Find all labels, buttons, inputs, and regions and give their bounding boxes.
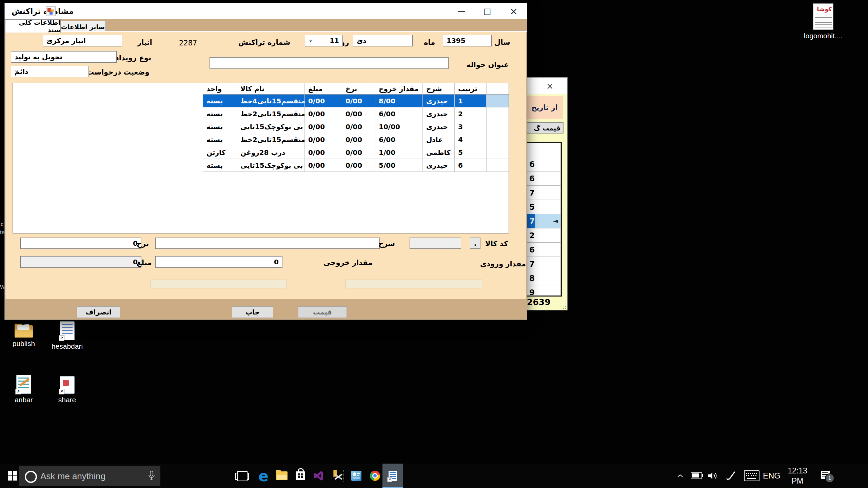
table-cell: 0/00 (342, 133, 375, 146)
windows-logo-icon (8, 471, 17, 481)
taskbar-file-explorer[interactable] (274, 464, 290, 488)
battery-indicator[interactable] (690, 464, 703, 488)
description-input[interactable] (155, 238, 380, 249)
table-cell: 6/00 (375, 107, 422, 120)
tab-other-info[interactable]: سایر اطلاعات (60, 21, 106, 33)
list-item[interactable]: 6 (526, 157, 561, 171)
table-row[interactable]: 4عادل6/000/000/00منقسم15تایی2خطبسته (203, 133, 509, 146)
chevron-down-icon: ∨ (44, 35, 53, 46)
list-item[interactable]: 8 (526, 271, 561, 285)
search-placeholder: Ask me anything (40, 471, 105, 482)
task-view-button[interactable] (235, 470, 249, 482)
desktop-icon-share[interactable]: ↗ share (47, 376, 87, 404)
items-grid[interactable]: ترتیبشرحمقدار خروجنرخمبلغنام کالاواحد1حی… (13, 83, 509, 233)
titlebar[interactable]: مشاهده تراکنش — □ × (5, 3, 527, 20)
resize-grip[interactable] (561, 304, 566, 309)
list-item[interactable]: 5 (526, 200, 561, 214)
list-item[interactable]: 9 (526, 285, 561, 297)
taskbar-visual-studio[interactable] (311, 464, 327, 488)
taskbar-photos[interactable] (348, 464, 364, 488)
action-center-button[interactable]: 1 (818, 464, 835, 488)
price-list-grid[interactable]: 66757◄26789 (526, 142, 562, 297)
table-row[interactable]: 3حیدری10/000/000/00کارتن بی بوکوچک15تایی… (203, 120, 509, 133)
warehouse-select[interactable]: انبار مرکزی ∨ (43, 35, 122, 46)
cancel-button[interactable]: انصراف (77, 306, 120, 318)
pen-settings-button[interactable] (724, 464, 738, 488)
month-select[interactable]: دی ∨ (353, 35, 413, 46)
desktop-icon-publish[interactable]: publish (3, 321, 44, 348)
list-value: 7 (526, 186, 535, 200)
item-code-browse-button[interactable]: . (470, 238, 480, 249)
from-date-panel: از تاریخ (526, 96, 563, 119)
request-status-select[interactable]: دائم ∨ (11, 66, 89, 77)
close-button[interactable]: × (543, 81, 557, 91)
list-item[interactable] (526, 143, 561, 157)
pricing-button[interactable]: قیمت گ (526, 122, 564, 134)
minimize-button[interactable]: — (451, 3, 472, 19)
close-button[interactable]: × (503, 3, 524, 19)
start-button[interactable] (5, 464, 20, 488)
table-row[interactable]: 6حیدری5/000/000/00کارتن بی بوکوچک15تاییب… (203, 159, 509, 172)
photos-icon (351, 471, 361, 481)
document-shortcut-icon: ↗ (60, 321, 75, 340)
request-status-label: وضعیت درخواست (87, 68, 150, 76)
rate-input[interactable]: 0 (20, 238, 141, 249)
table-row[interactable]: 1حیدری8/000/000/00منقسم15تایی4خطبسته (203, 95, 509, 107)
print-button[interactable]: چاپ (232, 306, 273, 318)
amount-input[interactable]: 0 (20, 256, 141, 268)
desktop-icon-logomohit[interactable]: کوشا logomohit.... (803, 3, 844, 40)
row-header-cell (535, 257, 561, 271)
row-header-cell (535, 186, 561, 200)
search-input[interactable]: Ask me anything (19, 466, 160, 486)
list-item[interactable]: 7 (526, 257, 561, 271)
table-cell: بسته (203, 159, 237, 172)
tab-general-document-info[interactable]: اطلاعات کلی سند (5, 19, 61, 33)
table-cell: 10/00 (375, 120, 422, 133)
day-select[interactable]: 11 ∨ (305, 35, 343, 46)
table-cell: کاظمی (422, 146, 454, 159)
taskbar-chrome[interactable] (367, 464, 383, 488)
clock[interactable]: 12:13 PM 3/2/2017 (782, 466, 813, 488)
table-row[interactable]: 2حیدری6/000/000/00منقسم15تایی2خطبسته (203, 107, 509, 120)
volume-button[interactable] (706, 464, 719, 488)
desktop-icon-anbar[interactable]: ↗ anbar (3, 375, 44, 404)
table-cell: 0/00 (342, 120, 375, 133)
visual-studio-icon (314, 470, 324, 481)
list-item[interactable]: 2 (526, 228, 561, 243)
action-center-icon: 1 (821, 471, 832, 481)
list-item[interactable]: 7◄ (526, 214, 561, 228)
taskbar-edge[interactable]: e (255, 464, 272, 488)
output-quantity-input[interactable]: 0 (155, 256, 282, 268)
table-cell: 8/00 (375, 95, 422, 107)
taskbar-active-app[interactable]: ↗ (382, 464, 403, 488)
grid-header-cell: مقدار خروج (375, 83, 422, 95)
shortcut-arrow-icon: ↗ (59, 389, 64, 394)
maximize-button[interactable]: □ (477, 3, 498, 19)
table-cell: منقسم15تایی2خط (237, 107, 304, 120)
event-type-label: نوع رویداد (115, 54, 151, 62)
year-input[interactable]: 1395 (443, 35, 492, 46)
item-code-input[interactable] (410, 238, 461, 249)
desktop-icon-hesabdari[interactable]: ↗ hesabdari (47, 321, 87, 350)
language-indicator[interactable]: ENG (763, 464, 781, 488)
microphone-icon[interactable] (147, 470, 156, 481)
table-cell: 0/00 (342, 159, 375, 172)
row-header-cell (535, 200, 561, 214)
remittance-title-input[interactable] (210, 57, 449, 69)
touch-keyboard-button[interactable] (743, 464, 760, 488)
price-button[interactable]: قیمت (298, 306, 347, 318)
event-type-select[interactable]: تحویل به تولید (11, 51, 117, 63)
list-item[interactable]: 6 (526, 171, 561, 186)
table-cell: 0/00 (304, 120, 342, 133)
chrome-icon (370, 471, 380, 481)
row-selector-cell (486, 133, 509, 146)
table-row[interactable]: 5کاظمی1/000/000/00درب 28روغنکارتن (203, 146, 509, 159)
taskbar-store[interactable] (292, 464, 309, 488)
button-strip: انصراف چاپ قیمت (5, 299, 527, 320)
tray-expand-button[interactable] (674, 464, 686, 488)
taskbar-build-tools[interactable] (330, 464, 346, 488)
list-item[interactable]: 7 (526, 186, 561, 200)
icon-label: share (47, 396, 87, 404)
list-item[interactable]: 6 (526, 243, 561, 257)
grid-header-cell (486, 83, 509, 95)
